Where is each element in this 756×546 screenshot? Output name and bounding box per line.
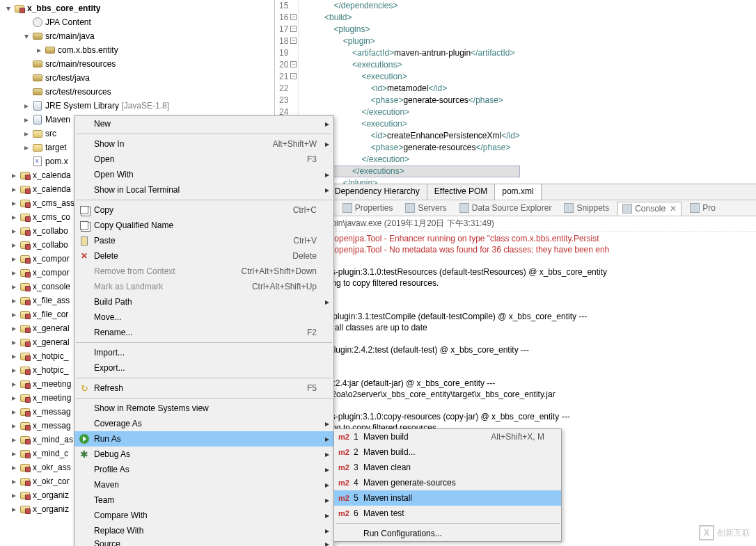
- tree-item[interactable]: ▾src/main/java: [0, 29, 274, 43]
- code-line[interactable]: <build>: [306, 12, 520, 24]
- code-line[interactable]: <id>metamodel</id>: [306, 83, 520, 95]
- twisty-icon[interactable]: ▸: [8, 170, 19, 180]
- view-tab-console[interactable]: Console✕: [617, 202, 682, 216]
- code-line[interactable]: <executions>: [306, 59, 520, 71]
- code-line[interactable]: </executions>: [306, 166, 520, 177]
- view-tab-pro[interactable]: Pro: [686, 202, 720, 214]
- twisty-icon[interactable]: ▸: [8, 184, 19, 194]
- code-line[interactable]: </execution>: [306, 106, 520, 118]
- menu-item-open-with[interactable]: Open With▸: [74, 167, 333, 182]
- code-line[interactable]: <artifactId>maven-antrun-plugin</artifac…: [306, 47, 520, 59]
- twisty-icon[interactable]: ▸: [8, 504, 19, 514]
- twisty-icon[interactable]: ▸: [8, 337, 19, 347]
- menu-item-open[interactable]: OpenF3: [74, 152, 333, 167]
- view-tab-properties[interactable]: Properties: [338, 202, 397, 214]
- twisty-icon[interactable]: ▸: [21, 101, 32, 111]
- menu-item-delete[interactable]: ✕DeleteDelete: [74, 248, 333, 264]
- twisty-icon[interactable]: ▸: [8, 393, 19, 403]
- run-as-submenu[interactable]: m21Maven buildAlt+Shift+X, Mm22Maven bui…: [333, 428, 562, 542]
- menu-item-replace-with[interactable]: Replace With▸: [74, 523, 333, 538]
- twisty-icon[interactable]: ▸: [8, 226, 19, 236]
- submenu-item-maven-clean[interactable]: m23Maven clean: [334, 460, 561, 475]
- submenu-item-maven-test[interactable]: m26Maven test: [334, 506, 561, 521]
- tree-item[interactable]: ▸com.x.bbs.entity: [0, 43, 274, 57]
- menu-item-show-in[interactable]: Show InAlt+Shift+W▸: [74, 136, 333, 152]
- menu-item-run-as[interactable]: Run As▸: [74, 431, 333, 447]
- twisty-icon[interactable]: ▸: [8, 198, 19, 208]
- code-line[interactable]: </plugin>: [306, 177, 520, 184]
- twisty-icon[interactable]: ▸: [8, 379, 19, 389]
- views-bar[interactable]: ProblemsPropertiesServersData Source Exp…: [275, 200, 756, 216]
- tree-item[interactable]: src/test/resources: [0, 85, 274, 99]
- code-line[interactable]: <execution>: [306, 71, 520, 83]
- fold-icon[interactable]: −: [290, 73, 297, 79]
- twisty-icon[interactable]: ▸: [8, 407, 19, 417]
- twisty-icon[interactable]: ▸: [8, 435, 19, 444]
- code-line[interactable]: </execution>: [306, 154, 520, 166]
- twisty-icon[interactable]: ▸: [8, 421, 19, 431]
- menu-item-copy[interactable]: CopyCtrl+C: [74, 202, 333, 218]
- tree-project-root[interactable]: ▾x_bbs_core_entity: [0, 1, 274, 15]
- code-line[interactable]: <id>createEnhancePersistenceXml</id>: [306, 130, 520, 142]
- menu-item-debug-as[interactable]: ✱Debug As▸: [74, 447, 333, 462]
- tree-item[interactable]: src/main/resources: [0, 57, 274, 71]
- twisty-icon[interactable]: ▸: [21, 115, 32, 125]
- menu-item-show-in-local-terminal[interactable]: Show in Local Terminal▸: [74, 182, 333, 198]
- submenu-item-run-configurations-[interactable]: Run Configurations...: [334, 526, 561, 541]
- view-tab-servers[interactable]: Servers: [401, 202, 450, 214]
- fold-icon[interactable]: −: [290, 14, 297, 20]
- close-icon[interactable]: ✕: [670, 204, 677, 214]
- twisty-icon[interactable]: ▸: [33, 45, 45, 55]
- context-menu[interactable]: New▸Show InAlt+Shift+W▸OpenF3Open With▸S…: [74, 115, 334, 546]
- twisty-icon[interactable]: ▾: [21, 31, 32, 41]
- editor-tab[interactable]: Effective POM: [427, 184, 495, 200]
- fold-icon[interactable]: −: [290, 26, 297, 32]
- submenu-item-maven-generate-sources[interactable]: m24Maven generate-sources: [334, 475, 561, 490]
- twisty-icon[interactable]: ▸: [8, 365, 19, 375]
- menu-item-move-[interactable]: Move...: [74, 310, 333, 325]
- code-line[interactable]: <plugin>: [306, 35, 520, 47]
- menu-item-rename-[interactable]: Rename...F2: [74, 325, 333, 340]
- editor-tabs[interactable]: endenciesDependency HierarchyEffective P…: [275, 184, 756, 200]
- menu-item-compare-with[interactable]: Compare With▸: [74, 508, 333, 523]
- twisty-icon[interactable]: ▸: [8, 463, 19, 472]
- view-tab-data-source-explorer[interactable]: Data Source Explorer: [455, 202, 556, 214]
- code-line[interactable]: </dependencies>: [306, 0, 520, 12]
- menu-item-copy-qualified-name[interactable]: Copy Qualified Name: [74, 218, 333, 233]
- tree-item[interactable]: ▸JRE System Library [JavaSE-1.8]: [0, 99, 274, 113]
- twisty-icon[interactable]: ▸: [21, 143, 32, 152]
- menu-item-import-[interactable]: Import...: [74, 345, 333, 360]
- twisty-icon[interactable]: ▸: [8, 310, 19, 319]
- menu-item-paste[interactable]: PasteCtrl+V: [74, 233, 333, 248]
- editor-tab[interactable]: pom.xml: [495, 184, 541, 200]
- menu-item-build-path[interactable]: Build Path▸: [74, 294, 333, 310]
- twisty-icon[interactable]: ▸: [8, 449, 19, 458]
- menu-item-coverage-as[interactable]: Coverage As▸: [74, 416, 333, 431]
- twisty-icon[interactable]: ▾: [3, 3, 14, 13]
- twisty-icon[interactable]: ▸: [8, 282, 19, 291]
- twisty-icon[interactable]: ▸: [8, 240, 19, 250]
- editor-tab[interactable]: Dependency Hierarchy: [328, 184, 427, 200]
- menu-item-new[interactable]: New▸: [74, 116, 333, 131]
- menu-item-team[interactable]: Team▸: [74, 492, 333, 508]
- xml-editor[interactable]: 1516−17−18−1920−21−22232425−2627 </depen…: [275, 0, 756, 184]
- fold-icon[interactable]: −: [290, 61, 297, 67]
- menu-item-export-[interactable]: Export...: [74, 360, 333, 376]
- menu-item-refresh[interactable]: ↻RefreshF5: [74, 380, 333, 396]
- twisty-icon[interactable]: ▸: [8, 296, 19, 305]
- view-tab-snippets[interactable]: Snippets: [560, 202, 613, 214]
- tree-item[interactable]: JPA Content: [0, 15, 274, 29]
- menu-item-source[interactable]: Source▸: [74, 538, 333, 546]
- menu-item-profile-as[interactable]: Profile As▸: [74, 462, 333, 477]
- code-line[interactable]: <phase>generate-sources</phase>: [306, 95, 520, 106]
- twisty-icon[interactable]: ▸: [8, 351, 19, 361]
- twisty-icon[interactable]: ▸: [8, 476, 19, 486]
- fold-icon[interactable]: −: [290, 38, 297, 44]
- twisty-icon[interactable]: ▸: [8, 490, 19, 500]
- twisty-icon[interactable]: ▸: [8, 212, 19, 222]
- twisty-icon[interactable]: ▸: [21, 129, 32, 138]
- twisty-icon[interactable]: ▸: [8, 268, 19, 278]
- tree-item[interactable]: src/test/java: [0, 71, 274, 85]
- menu-item-show-in-remote-systems-view[interactable]: Show in Remote Systems view: [74, 401, 333, 416]
- code-line[interactable]: <phase>generate-resources</phase>: [306, 142, 520, 154]
